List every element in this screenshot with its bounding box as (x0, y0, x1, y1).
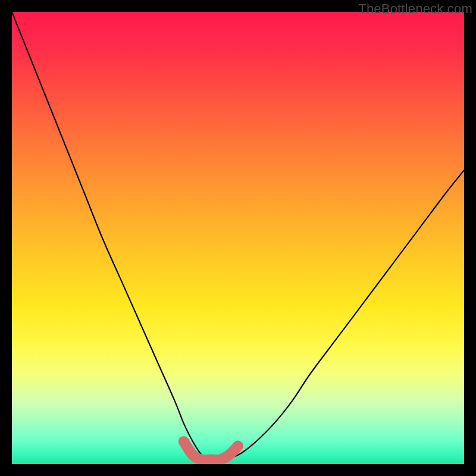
bottleneck-curve-line (12, 12, 464, 460)
optimal-range-band (184, 441, 238, 460)
bottleneck-chart (12, 12, 464, 464)
